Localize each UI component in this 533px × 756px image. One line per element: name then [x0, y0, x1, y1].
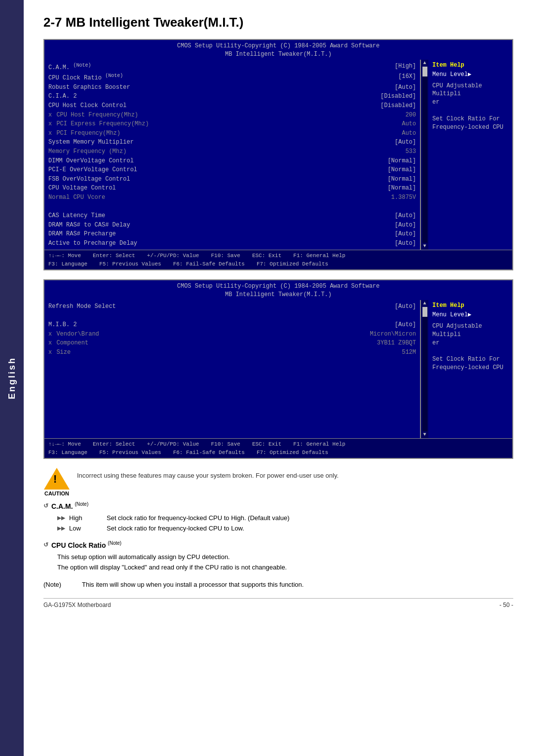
bios-row-vendor: x Vendor\Brand Micron\Micron [48, 330, 416, 339]
bios-row-cpu-host-clock-control[interactable]: CPU Host Clock Control [Disabled] [48, 101, 416, 111]
bios-row-fsb-ov[interactable]: FSB OverVoltage Control [Normal] [48, 175, 416, 184]
bios-row-blank2 [48, 311, 416, 321]
bios-row-size: x Size 512M [48, 348, 416, 357]
bios-row-refresh[interactable]: Refresh Mode Select [Auto] [48, 302, 416, 311]
item-help-line4: Set Clock Ratio For [432, 115, 508, 123]
bios-row-cam[interactable]: C.A.M. (Note) [High] [48, 62, 416, 73]
scroll-down-icon-2[interactable]: ▼ [423, 432, 426, 437]
bios-item-help-1: Item Help Menu Level▶ CPU Adjustable Mul… [428, 60, 512, 250]
item-help-menu-2: Menu Level▶ [432, 311, 508, 318]
scroll-up-icon[interactable]: ▲ [423, 61, 426, 66]
scroll-thumb-2 [422, 307, 427, 317]
sys-mem-multi-value: [Auto] [395, 138, 416, 147]
bios-row-mib2[interactable]: M.I.B. 2 [Auto] [48, 320, 416, 330]
robust-value: [Auto] [395, 83, 416, 92]
item-help2-line4: Set Clock Ratio For [432, 355, 508, 364]
sys-mem-multi-label: System Memory Multiplier [48, 138, 147, 147]
caution-text: Incorrect using these features may cause… [77, 468, 339, 481]
component-value: 3YB11 Z9BQT [377, 339, 416, 348]
main-content: 2-7 MB Intelligent Tweaker(M.I.T.) CMOS … [24, 0, 533, 756]
cam-label: C.A.M. (Note) [48, 62, 147, 73]
note-text: This item will show up when you install … [82, 580, 304, 590]
item-help-title-1: Item Help [432, 62, 508, 69]
cpu-host-freq-value: 200 [405, 111, 416, 120]
bios-row-pcie-ov[interactable]: PCI-E OverVoltage Control [Normal] [48, 165, 416, 175]
note-row: (Note) This item will show up when you i… [43, 580, 513, 590]
item-help-title-2: Item Help [432, 302, 508, 309]
scrollbar-2[interactable]: ▲ ▼ [420, 300, 428, 438]
bios-row-cas-latency[interactable]: CAS Latency Time [Auto] [48, 211, 416, 221]
page-title: 2-7 MB Intelligent Tweaker(M.I.T.) [43, 15, 513, 30]
caution-label: CAUTION [44, 491, 69, 496]
bios2-footer-esc: ESC: Exit [252, 440, 281, 449]
cpu-clock-title-text: CPU Clock Ratio (Note) [51, 540, 121, 549]
bios-header-1: CMOS Setup Utility-Copyright (C) 1984-20… [44, 40, 512, 60]
bios-screen-2: CMOS Setup Utility-Copyright (C) 1984-20… [43, 279, 513, 459]
bios-screen-1: CMOS Setup Utility-Copyright (C) 1984-20… [43, 39, 513, 270]
bios-footer-f5: F5: Previous Values [99, 260, 161, 268]
bios-row-cpu-voltage[interactable]: CPU Voltage Control [Normal] [48, 184, 416, 193]
cpu-clock-body-line2: The option will display "Locked" and rea… [57, 563, 513, 573]
bios2-footer-f10: F10: Save [211, 440, 240, 449]
bios-row-robust[interactable]: Robust Graphics Booster [Auto] [48, 83, 416, 92]
cpu-clock-arrow-icon: ↺ [43, 541, 48, 548]
scroll-thumb-1 [422, 67, 427, 76]
bios-row-blank [48, 202, 416, 212]
cpu-clock-section-title: ↺ CPU Clock Ratio (Note) [43, 540, 513, 549]
bios-row-dram-ras-pre[interactable]: DRAM RAS# Precharge [Auto] [48, 229, 416, 239]
bios2-footer-f6: F6: Fail-Safe Defaults [173, 449, 245, 457]
bios-row-active-pre[interactable]: Active to Precharge Delay [Auto] [48, 239, 416, 248]
bios-header2-line2: MB Intelligent Tweaker(M.I.T.) [44, 291, 512, 299]
cia2-label: C.I.A. 2 [48, 92, 147, 101]
bios-row-cpu-host-freq: x CPU Host Frequency(Mhz) 200 [48, 111, 416, 120]
sidebar: English [0, 0, 24, 756]
bios-footer-f10: F10: Save [211, 252, 240, 260]
bios-empty-space [48, 357, 416, 436]
scrollbar-1[interactable]: ▲ ▼ [420, 60, 428, 250]
pcie-ov-value: [Normal] [387, 165, 416, 175]
cam-note-sup: (Note) [75, 501, 88, 507]
cas-latency-value: [Auto] [395, 211, 416, 221]
pcie-ov-label: PCI-E OverVoltage Control [48, 165, 147, 175]
bios2-footer-nav: ↑↓→←: Move [48, 440, 81, 449]
cam-title-text: C.A.M. (Note) [51, 501, 88, 510]
bios-row-cpu-clock-ratio[interactable]: CPU Clock Ratio (Note) [16X] [48, 72, 416, 83]
bios-footer-2: ↑↓→←: Move Enter: Select +/-/PU/PD: Valu… [44, 438, 512, 458]
active-pre-value: [Auto] [395, 239, 416, 248]
dimm-ov-label: DIMM OverVoltage Control [48, 156, 147, 166]
dram-ras-cas-label: DRAM RAS# to CAS# Delay [48, 221, 147, 230]
item-help2-line2: er [432, 339, 508, 347]
fsb-ov-label: FSB OverVoltage Control [48, 175, 147, 184]
cpu-clock-note-sup: (Note) [108, 540, 121, 546]
pci-freq-value: Auto [402, 129, 416, 138]
pci-express-freq-label: x PCI Express Frequency(Mhz) [48, 119, 153, 129]
bios-footer-esc: ESC: Exit [252, 252, 281, 260]
bios-body-1: C.A.M. (Note) [High] CPU Clock Ratio (No… [44, 60, 512, 250]
note-label: (Note) [43, 580, 78, 590]
cam-high-arrow-icon: ▶▶ [57, 514, 65, 523]
bios-row-dram-ras-cas[interactable]: DRAM RAS# to CAS# Delay [Auto] [48, 221, 416, 230]
bios2-footer-f3: F3: Language [48, 449, 87, 457]
scroll-up-icon-2[interactable]: ▲ [423, 301, 426, 306]
bios-footer-f3: F3: Language [48, 260, 87, 268]
bios-footer-f7: F7: Optimized Defaults [257, 260, 328, 268]
item-help2-line5: Frequency-locked CPU [432, 364, 508, 372]
active-pre-label: Active to Precharge Delay [48, 239, 147, 248]
refresh-value: [Auto] [395, 302, 416, 311]
cas-latency-label: CAS Latency Time [48, 211, 147, 221]
bios-row-cia2[interactable]: C.I.A. 2 [Disabled] [48, 92, 416, 101]
item-help2-line1: CPU Adjustable Multipli [432, 322, 508, 339]
cam-items: ▶▶ High Set clock ratio for frequency-lo… [43, 513, 513, 534]
cpu-host-clock-control-value: [Disabled] [381, 101, 416, 111]
scroll-down-icon[interactable]: ▼ [423, 244, 426, 249]
bios-left-1: C.A.M. (Note) [High] CPU Clock Ratio (No… [44, 60, 420, 250]
bios2-footer-f1: F1: General Help [293, 440, 345, 449]
scroll-track-2 [422, 307, 427, 431]
mem-freq-label: Memory Frequency (Mhz) [48, 147, 147, 156]
bios-row-sys-mem-multi[interactable]: System Memory Multiplier [Auto] [48, 138, 416, 147]
cpu-clock-ratio-label: CPU Clock Ratio (Note) [48, 72, 147, 83]
cam-low-label: ▶▶ Low [57, 524, 107, 534]
bios-row-dimm-ov[interactable]: DIMM OverVoltage Control [Normal] [48, 156, 416, 166]
bios-left-2: Refresh Mode Select [Auto] M.I.B. 2 [Aut… [44, 300, 420, 438]
cam-low-arrow-icon: ▶▶ [57, 524, 65, 533]
